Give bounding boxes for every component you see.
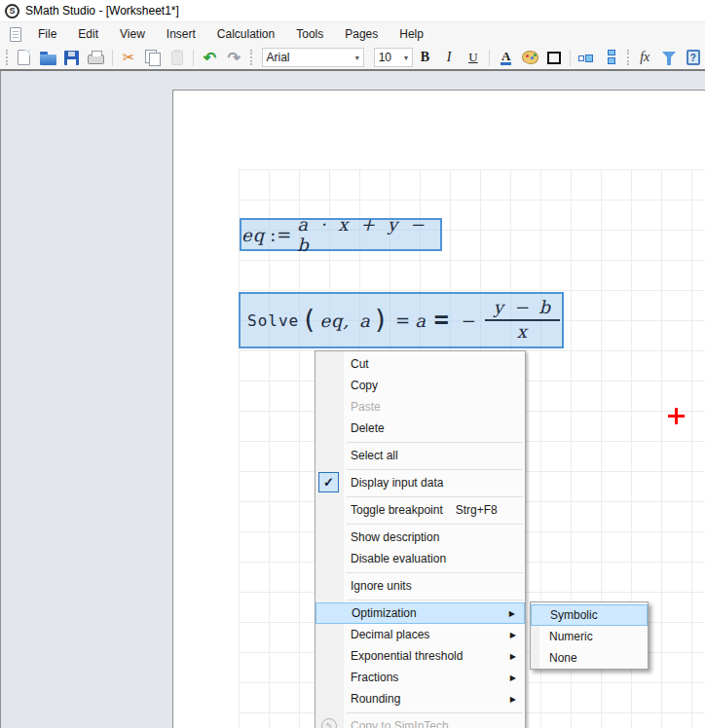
- menu-item-rounding[interactable]: Rounding ▶: [315, 688, 525, 710]
- menu-item-display-input-data[interactable]: ✓ Display input data: [315, 472, 525, 493]
- font-size-value: 10: [379, 51, 391, 64]
- open-button[interactable]: [36, 47, 60, 68]
- open-folder-icon: [40, 55, 56, 65]
- menu-item-label: Rounding: [351, 692, 400, 706]
- menu-item-label: Paste: [351, 400, 381, 414]
- align-horizontal-button[interactable]: [575, 47, 599, 68]
- menu-item-copy[interactable]: Copy: [315, 375, 525, 396]
- funnel-icon: [662, 52, 676, 59]
- background-color-button[interactable]: [518, 47, 542, 68]
- save-icon: [64, 51, 79, 65]
- menu-item-delete[interactable]: Delete: [315, 418, 525, 439]
- menu-item-optimization[interactable]: Optimization ▶: [315, 602, 525, 624]
- menu-item-ignore-units[interactable]: Ignore units: [315, 575, 525, 597]
- underline-button[interactable]: U: [462, 47, 486, 68]
- italic-icon: I: [447, 50, 452, 65]
- print-button[interactable]: [84, 47, 108, 68]
- menu-pages[interactable]: Pages: [334, 23, 389, 45]
- toolbar-grip[interactable]: [627, 50, 629, 65]
- font-family-value: Arial: [267, 51, 290, 64]
- submenu-arrow-icon: ▶: [510, 652, 516, 661]
- font-size-select[interactable]: 10 ▾: [374, 48, 413, 67]
- menu-edit[interactable]: Edit: [67, 23, 109, 45]
- menu-item-select-all[interactable]: Select all: [315, 445, 525, 466]
- font-family-select[interactable]: Arial ▾: [262, 48, 364, 67]
- menu-item-label: Display input data: [351, 476, 443, 490]
- fraction-numerator: y − b: [485, 298, 560, 321]
- menu-item-exponential-threshold[interactable]: Exponential threshold ▶: [315, 645, 525, 667]
- menu-help[interactable]: Help: [389, 23, 434, 45]
- dropdown-arrow-icon[interactable]: ▾: [404, 54, 408, 62]
- submenu-item-numeric[interactable]: Numeric: [531, 626, 648, 647]
- menu-view[interactable]: View: [109, 23, 156, 45]
- redo-button[interactable]: ↷: [222, 47, 246, 68]
- palette-icon: [522, 51, 538, 64]
- menu-item-label: Select all: [351, 449, 398, 462]
- align-vertical-button[interactable]: [599, 47, 623, 68]
- menu-item-disable-evaluation[interactable]: Disable evaluation: [315, 548, 525, 569]
- submenu-arrow-icon: ▶: [510, 673, 516, 682]
- toolbar-separator: [570, 50, 571, 66]
- paste-button: [165, 47, 189, 68]
- equation-rhs: a · x + y − b: [297, 214, 440, 255]
- menu-item-fractions[interactable]: Fractions ▶: [315, 667, 525, 688]
- toolbar: ✂ ↶ ↷ Arial ▾ 10 ▾ B I U A fx ?: [0, 46, 705, 69]
- worksheet-canvas[interactable]: eq := a · x + y − b Solve ( eq, a ) = a …: [0, 71, 705, 728]
- font-color-button[interactable]: A: [494, 47, 518, 68]
- menu-insert[interactable]: Insert: [156, 23, 206, 45]
- menu-item-toggle-breakpoint[interactable]: Toggle breakpoint Strg+F8: [315, 499, 525, 521]
- submenu-item-label: Numeric: [549, 630, 593, 643]
- menu-item-label: Delete: [351, 421, 385, 435]
- filter-button[interactable]: [657, 47, 682, 68]
- menu-item-decimal-places[interactable]: Decimal places ▶: [315, 624, 525, 645]
- copy-button[interactable]: [141, 47, 166, 68]
- title-bar: S SMath Studio - [Worksheet1*]: [0, 0, 705, 21]
- menu-item-label: Copy: [351, 379, 378, 392]
- undo-button[interactable]: ↶: [198, 47, 222, 68]
- menu-item-label: Toggle breakpoint: [351, 503, 443, 517]
- fraction: y − b x: [485, 298, 560, 342]
- menu-item-copy-to-simintech: ✎ Copy to SimInTech: [315, 715, 525, 728]
- cut-button[interactable]: ✂: [117, 47, 141, 68]
- submenu-arrow-icon: ▶: [510, 695, 516, 704]
- submenu-item-none[interactable]: None: [531, 647, 648, 669]
- result-variable: a: [415, 310, 427, 331]
- new-button[interactable]: [12, 47, 36, 68]
- italic-button[interactable]: I: [437, 47, 462, 68]
- context-menu: Cut Copy Paste Delete Select all ✓ Displ…: [315, 350, 526, 728]
- menu-item-label: Copy to SimInTech: [351, 719, 449, 728]
- right-paren: ): [373, 304, 390, 334]
- toolbar-grip[interactable]: [6, 50, 8, 65]
- copy-icon: [145, 50, 161, 65]
- new-document-icon: [18, 50, 30, 65]
- save-button[interactable]: [59, 47, 84, 68]
- menu-item-label: Ignore units: [351, 579, 412, 593]
- menu-item-cut[interactable]: Cut: [315, 353, 525, 375]
- solve-args: eq, a: [319, 310, 370, 331]
- boolean-equals-operator: =: [432, 307, 451, 335]
- menu-tools[interactable]: Tools: [285, 23, 334, 45]
- submenu-item-label: None: [549, 651, 577, 665]
- scissors-icon: ✂: [123, 49, 135, 66]
- submenu-item-symbolic[interactable]: Symbolic: [531, 604, 648, 626]
- submenu-item-label: Symbolic: [550, 608, 598, 622]
- toolbar-separator: [489, 50, 490, 66]
- menu-item-label: Decimal places: [351, 628, 429, 641]
- reference-book-button[interactable]: ?: [681, 47, 705, 68]
- equation-solve[interactable]: Solve ( eq, a ) = a = − y − b x: [239, 292, 564, 348]
- equation-definition[interactable]: eq := a · x + y − b: [240, 218, 442, 251]
- menu-item-show-description[interactable]: Show description: [315, 527, 525, 548]
- menu-calculation[interactable]: Calculation: [206, 23, 285, 45]
- function-button[interactable]: fx: [633, 47, 657, 68]
- bold-button[interactable]: B: [413, 47, 437, 68]
- border-button[interactable]: [542, 47, 567, 68]
- document-icon[interactable]: [10, 27, 21, 42]
- equation-lhs: eq: [241, 225, 265, 245]
- toolbar-grip[interactable]: [250, 50, 252, 65]
- dropdown-arrow-icon[interactable]: ▾: [355, 54, 359, 62]
- checked-checkbox-icon[interactable]: ✓: [318, 472, 339, 492]
- assign-operator: :=: [270, 225, 292, 245]
- menu-file[interactable]: File: [27, 23, 67, 45]
- align-horizontal-icon: [578, 52, 595, 63]
- fraction-denominator: x: [517, 321, 528, 343]
